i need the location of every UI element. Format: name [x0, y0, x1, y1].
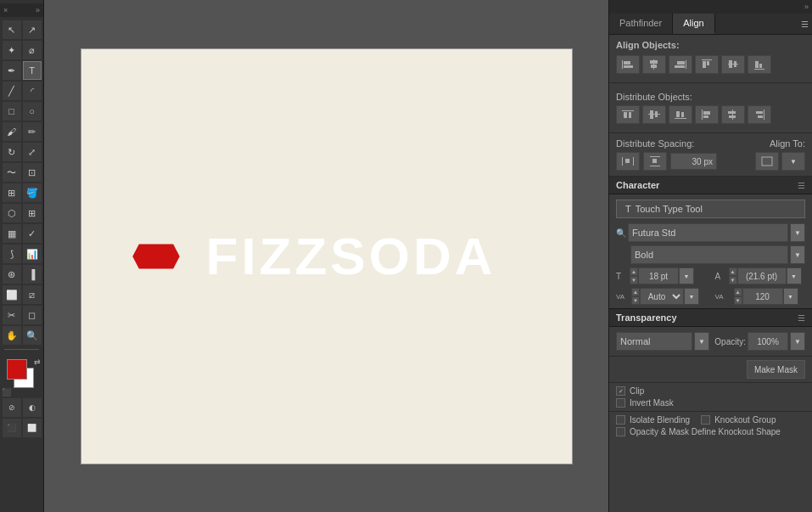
- arc-tool[interactable]: ◜: [23, 82, 42, 100]
- eyedropper-tool[interactable]: ✓: [23, 224, 42, 243]
- tracking-dropdown-btn[interactable]: ▼: [783, 288, 798, 305]
- distrib-spacing-h-btn[interactable]: [616, 152, 640, 171]
- align-to-dropdown-btn[interactable]: ▼: [781, 152, 805, 171]
- none-fill-icon[interactable]: ⊘: [3, 398, 21, 417]
- distrib-right-btn[interactable]: [748, 105, 771, 124]
- transparency-section-header[interactable]: Transparency ☰: [609, 308, 812, 327]
- warp-tool[interactable]: 〜: [3, 163, 21, 182]
- font-name-select[interactable]: Futura Std: [628, 223, 788, 242]
- character-section-header[interactable]: Character ☰: [609, 177, 812, 194]
- leading-up-btn[interactable]: ▲: [729, 267, 737, 276]
- blend-mode-arrow[interactable]: ▼: [694, 332, 709, 351]
- line-tool[interactable]: ╱: [3, 82, 21, 100]
- color-mode-icon[interactable]: ◐: [23, 398, 42, 417]
- zoom-tool[interactable]: 🔍: [23, 326, 42, 345]
- reset-colors-icon[interactable]: ⬛: [2, 388, 11, 397]
- free-transform-tool[interactable]: ⊡: [23, 163, 42, 182]
- align-top-btn[interactable]: [695, 55, 719, 74]
- symbol-tool[interactable]: ⊛: [3, 265, 21, 284]
- distrib-left-btn[interactable]: [695, 105, 719, 124]
- tool-divider: [4, 349, 39, 350]
- touch-type-tool-btn[interactable]: T Touch Type Tool: [616, 200, 805, 218]
- spacing-value-input[interactable]: 30 px: [670, 153, 717, 170]
- distrib-top-btn[interactable]: [616, 105, 640, 124]
- scale-tool[interactable]: ⤢: [23, 143, 42, 161]
- panel-menu-icon[interactable]: ☰: [801, 20, 809, 29]
- distrib-center-h-btn[interactable]: [642, 105, 666, 124]
- eraser-tool[interactable]: ◻: [23, 306, 42, 324]
- kerning-select[interactable]: Auto: [640, 288, 684, 305]
- leading-down-btn[interactable]: ▼: [729, 276, 737, 284]
- pen-tool[interactable]: ✒: [3, 61, 21, 80]
- kerning-label: VA: [616, 293, 630, 301]
- leading-input[interactable]: (21.6 pt): [737, 267, 787, 284]
- direct-select-tool[interactable]: ↗: [23, 20, 42, 39]
- transparency-menu-icon[interactable]: ☰: [798, 313, 805, 323]
- opacity-mask-checkbox[interactable]: [616, 427, 625, 436]
- font-size-input[interactable]: 18 pt: [638, 267, 679, 284]
- align-to-page-btn[interactable]: [755, 152, 779, 171]
- make-mask-btn[interactable]: Make Mask: [747, 360, 805, 379]
- paintbrush-tool[interactable]: 🖌: [3, 122, 21, 141]
- svg-rect-12: [707, 61, 709, 65]
- kerning-up-btn[interactable]: ▲: [631, 288, 640, 296]
- blend-tool[interactable]: ⟆: [3, 245, 21, 263]
- distrib-bottom-btn[interactable]: [669, 105, 692, 124]
- svg-rect-33: [729, 115, 736, 118]
- clip-checkbox[interactable]: ✓: [616, 386, 625, 396]
- font-size-dropdown-btn[interactable]: ▼: [679, 267, 694, 284]
- pencil-tool[interactable]: ✏: [23, 122, 42, 141]
- mesh-tool[interactable]: ⊞: [23, 204, 42, 222]
- font-size-up-btn[interactable]: ▲: [630, 267, 638, 276]
- align-center-v-btn[interactable]: [721, 55, 745, 74]
- leading-dropdown-btn[interactable]: ▼: [787, 267, 802, 284]
- tracking-input[interactable]: 120: [742, 288, 783, 305]
- chart-tool[interactable]: 📊: [23, 245, 42, 263]
- gradient-tool[interactable]: ▦: [3, 224, 21, 243]
- scissors-tool[interactable]: ✂: [3, 306, 21, 324]
- font-style-arrow[interactable]: ▼: [790, 245, 805, 264]
- shape-builder-tool[interactable]: ⊞: [3, 183, 21, 202]
- draw-normal-icon[interactable]: ⬛: [3, 419, 21, 437]
- font-size-down-btn[interactable]: ▼: [630, 276, 638, 284]
- align-left-btn[interactable]: [616, 55, 640, 74]
- kerning-down-btn[interactable]: ▼: [631, 296, 640, 305]
- rotate-tool[interactable]: ↻: [3, 143, 21, 161]
- tracking-down-btn[interactable]: ▼: [734, 296, 742, 305]
- align-right-btn[interactable]: [669, 55, 692, 74]
- distrib-center-v-btn[interactable]: [721, 105, 745, 124]
- font-name-row: 🔍 Futura Std ▼: [616, 223, 805, 242]
- ellipse-tool[interactable]: ○: [23, 102, 42, 121]
- change-screen-icon[interactable]: ⬜: [23, 419, 42, 437]
- rect-tool[interactable]: □: [3, 102, 21, 121]
- tab-pathfinder[interactable]: Pathfinder: [609, 14, 673, 34]
- magic-wand-tool[interactable]: ✦: [3, 41, 21, 59]
- isolate-blending-checkbox[interactable]: [616, 415, 625, 425]
- type-tool[interactable]: T: [23, 61, 42, 80]
- invert-mask-checkbox[interactable]: [616, 398, 625, 408]
- artboard-tool[interactable]: ⬜: [3, 285, 21, 304]
- distribute-spacing-section: Distribute Spacing: Align To: 30 px ▼: [609, 133, 812, 177]
- opacity-input[interactable]: 100%: [748, 332, 788, 351]
- swap-colors-icon[interactable]: ⇄: [34, 357, 41, 366]
- font-style-select[interactable]: Bold: [630, 245, 788, 264]
- lasso-tool[interactable]: ⌀: [23, 41, 42, 59]
- select-tool[interactable]: ↖: [3, 20, 21, 39]
- hand-tool[interactable]: ✋: [3, 326, 21, 345]
- tab-align[interactable]: Align: [673, 14, 714, 34]
- font-name-arrow[interactable]: ▼: [790, 223, 805, 242]
- blend-mode-select[interactable]: Normal Multiply Screen Overlay: [616, 332, 692, 351]
- column-graph-tool[interactable]: ▐: [23, 265, 42, 284]
- character-menu-icon[interactable]: ☰: [798, 181, 805, 190]
- perspective-tool[interactable]: ⬡: [3, 204, 21, 222]
- slice-tool[interactable]: ⧄: [23, 285, 42, 304]
- kerning-dropdown-btn[interactable]: ▼: [684, 288, 699, 305]
- align-bottom-btn[interactable]: [748, 55, 771, 74]
- knockout-group-checkbox[interactable]: [701, 415, 710, 425]
- distrib-spacing-v-btn[interactable]: [643, 152, 667, 171]
- tracking-up-btn[interactable]: ▲: [734, 288, 742, 296]
- align-center-h-btn[interactable]: [642, 55, 666, 74]
- foreground-color-swatch[interactable]: [7, 359, 27, 380]
- opacity-dropdown-btn[interactable]: ▼: [790, 332, 805, 351]
- live-paint-tool[interactable]: 🪣: [23, 183, 42, 202]
